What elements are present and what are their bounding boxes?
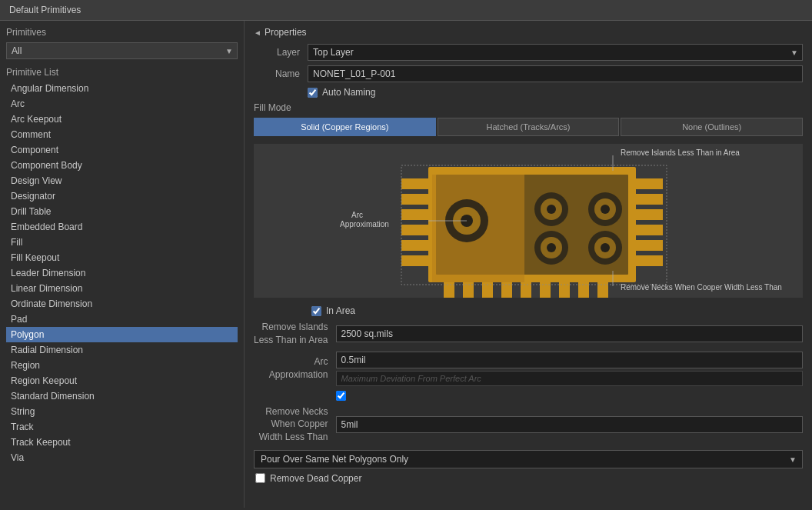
primitives-dropdown-wrapper: All: [6, 42, 238, 59]
list-item[interactable]: Designator: [6, 188, 238, 204]
svg-text:Approximation: Approximation: [340, 220, 389, 228]
fill-mode-buttons: Solid (Copper Regions)Hatched (Tracks/Ar…: [254, 118, 803, 136]
list-item[interactable]: Comment: [6, 127, 238, 142]
fill-mode-label: Fill Mode: [254, 102, 803, 113]
svg-rect-22: [597, 282, 608, 298]
svg-rect-6: [401, 240, 428, 251]
auto-naming-label: Auto Naming: [322, 87, 375, 98]
remove-necks-label: Remove NecksWhen CopperWidth Less Than: [254, 405, 328, 444]
list-item[interactable]: String: [6, 404, 238, 419]
arc-approx-checkbox-row: [336, 391, 803, 401]
list-item[interactable]: Track Keepout: [6, 435, 238, 450]
arc-approx-label: ArcApproximation: [254, 355, 328, 382]
arc-approx-group: [336, 352, 803, 386]
remove-necks-input[interactable]: [336, 416, 803, 433]
list-item[interactable]: Region: [6, 358, 238, 373]
svg-rect-3: [401, 194, 428, 205]
in-area-row: In Area: [311, 305, 803, 316]
list-item[interactable]: Pad: [6, 312, 238, 327]
svg-rect-10: [636, 209, 663, 220]
layer-dropdown-wrapper: Top Layer: [308, 44, 803, 61]
pour-over-dropdown[interactable]: Pour Over Same Net Polygons Only: [254, 450, 803, 468]
name-row: Name: [254, 65, 803, 82]
list-item[interactable]: Arc: [6, 96, 238, 112]
list-item[interactable]: Fill Keepout: [6, 250, 238, 265]
properties-grid: Remove IslandsLess Than in Area ArcAppro…: [254, 321, 803, 444]
remove-dead-checkbox[interactable]: [255, 473, 265, 483]
list-item[interactable]: Embedded Board: [6, 219, 238, 235]
auto-naming-checkbox[interactable]: [308, 88, 318, 98]
list-item[interactable]: Via: [6, 450, 238, 465]
list-item[interactable]: Standard Dimension: [6, 388, 238, 404]
primitives-dropdown[interactable]: All: [6, 42, 238, 59]
svg-point-33: [601, 205, 610, 214]
in-area-label: In Area: [326, 305, 355, 316]
svg-rect-2: [401, 178, 428, 189]
primitives-label: Primitives: [6, 27, 238, 38]
list-item[interactable]: Arc Keepout: [6, 112, 238, 127]
arc-approx-input[interactable]: [336, 352, 803, 368]
list-item[interactable]: Component Body: [6, 158, 238, 173]
svg-rect-9: [636, 194, 663, 205]
svg-rect-11: [636, 225, 663, 235]
svg-rect-5: [401, 225, 428, 235]
layer-label: Layer: [254, 47, 300, 58]
remove-islands-input[interactable]: [336, 325, 803, 342]
name-label: Name: [254, 68, 300, 79]
polygon-preview: Remove Islands Less Than in Area Arc App…: [254, 144, 803, 298]
svg-rect-7: [401, 255, 428, 266]
list-item[interactable]: Linear Dimension: [6, 281, 238, 296]
left-panel: Primitives All Primitive List Angular Di…: [0, 21, 245, 508]
name-input[interactable]: [308, 65, 803, 82]
list-item[interactable]: Region Keepout: [6, 373, 238, 388]
arc-approx-hint: [336, 371, 803, 386]
list-item[interactable]: Component: [6, 142, 238, 158]
arc-approx-checkbox[interactable]: [336, 391, 346, 401]
properties-section-header: Properties: [254, 27, 803, 38]
primitive-list: Angular DimensionArcArc KeepoutCommentCo…: [6, 81, 238, 502]
pour-over-dropdown-wrapper: Pour Over Same Net Polygons Only: [254, 450, 803, 468]
list-item[interactable]: Design View: [6, 173, 238, 188]
window-title: Default Primitives: [9, 5, 81, 15]
list-item[interactable]: Fill: [6, 235, 238, 250]
auto-naming-row: Auto Naming: [308, 87, 803, 98]
svg-point-39: [601, 243, 610, 252]
layer-dropdown[interactable]: Top Layer: [308, 44, 803, 61]
preview-svg: Remove Islands Less Than in Area Arc App…: [254, 144, 803, 298]
layer-row: Layer Top Layer: [254, 44, 803, 61]
in-area-checkbox[interactable]: [311, 306, 321, 316]
svg-rect-8: [636, 178, 663, 189]
fill-btn-active[interactable]: Solid (Copper Regions): [254, 118, 436, 136]
remove-dead-row: Remove Dead Copper: [255, 473, 803, 484]
fill-btn-inactive[interactable]: None (Outlines): [621, 118, 803, 136]
remove-islands-label: Remove IslandsLess Than in Area: [254, 321, 328, 347]
primitive-list-label: Primitive List: [6, 67, 238, 78]
list-item[interactable]: Polygon: [6, 327, 238, 342]
list-item[interactable]: Track: [6, 419, 238, 435]
svg-text:Remove Islands Less Than in Ar: Remove Islands Less Than in Area: [621, 148, 740, 157]
main-container: Primitives All Primitive List Angular Di…: [0, 21, 812, 508]
svg-point-36: [547, 243, 556, 252]
list-item[interactable]: Leader Dimension: [6, 265, 238, 281]
svg-rect-4: [401, 209, 428, 220]
right-panel: Properties Layer Top Layer Name Auto Nam…: [245, 21, 812, 508]
remove-dead-label: Remove Dead Copper: [270, 473, 361, 484]
title-bar: Default Primitives: [0, 0, 812, 21]
svg-point-30: [547, 205, 556, 214]
bottom-section: Pour Over Same Net Polygons Only Remove …: [254, 450, 803, 484]
svg-rect-12: [636, 240, 663, 251]
svg-rect-13: [636, 255, 663, 266]
svg-text:Arc: Arc: [351, 211, 363, 219]
svg-rect-18: [521, 282, 531, 298]
fill-btn-inactive[interactable]: Hatched (Tracks/Arcs): [438, 118, 620, 136]
list-item[interactable]: Drill Table: [6, 204, 238, 219]
svg-rect-14: [444, 282, 454, 298]
list-item[interactable]: Ordinate Dimension: [6, 296, 238, 312]
list-item[interactable]: Angular Dimension: [6, 81, 238, 96]
list-item[interactable]: Radial Dimension: [6, 342, 238, 358]
